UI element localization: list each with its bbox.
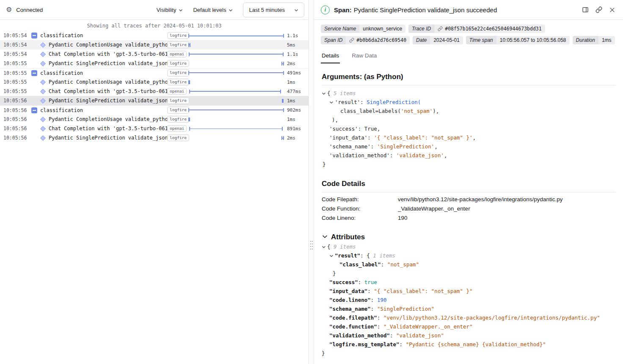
panel-resize-handle[interactable] bbox=[310, 239, 313, 249]
span-diamond-icon bbox=[40, 116, 46, 122]
code-line: "schema_name": "SinglePrediction" bbox=[322, 304, 615, 313]
scope-tag: logfire bbox=[167, 107, 189, 114]
span-duration: 5ms bbox=[284, 42, 309, 48]
code-detail-value: venv/lib/python3.12/site-packages/logfir… bbox=[398, 195, 615, 204]
code-line: { 9 items bbox=[322, 242, 615, 251]
duration-bar bbox=[188, 80, 190, 84]
code-token: 'validation_method' bbox=[329, 152, 390, 159]
span-timeline bbox=[188, 59, 284, 68]
trace-row[interactable]: 10:05:55Pydantic SinglePrediction valida… bbox=[0, 59, 309, 68]
code-token: 'schema_name' bbox=[329, 143, 371, 150]
span-name: Chat Completion with 'gpt-3.5-turbo-061 bbox=[49, 88, 167, 94]
span-name: classification bbox=[40, 70, 167, 76]
span-timeline bbox=[188, 133, 284, 142]
trace-row[interactable]: 10:05:54classificationlogfire1.1s bbox=[0, 31, 309, 40]
attributes-header[interactable]: Attributes bbox=[322, 233, 615, 241]
trace-row[interactable]: 10:05:56Pydantic CompletionUsage validat… bbox=[0, 115, 309, 124]
code-token: 5 items bbox=[334, 90, 356, 96]
code-token: : True, bbox=[358, 126, 380, 132]
copy-link-icon[interactable] bbox=[595, 6, 602, 13]
code-token: : bbox=[371, 297, 377, 303]
link-icon[interactable] bbox=[438, 26, 443, 31]
tree-collapse-chevron-icon[interactable] bbox=[329, 255, 335, 257]
scope-tag: openai bbox=[167, 51, 187, 58]
default-levels-dropdown[interactable]: Default levels bbox=[190, 4, 236, 16]
code-token: : bbox=[367, 134, 374, 141]
collapse-toggle-icon[interactable] bbox=[31, 33, 37, 38]
span-diamond-icon bbox=[40, 51, 46, 57]
span-timeline bbox=[188, 87, 284, 96]
meta-badge-value: #b0b6da2d76c69540 bbox=[346, 36, 410, 44]
link-icon[interactable] bbox=[349, 38, 354, 43]
connection-status: Connected bbox=[16, 7, 43, 13]
trace-row[interactable]: 10:05:55Chat Completion with 'gpt-3.5-tu… bbox=[0, 87, 309, 96]
collapse-toggle-icon[interactable] bbox=[31, 107, 37, 113]
span-name: classification bbox=[40, 107, 167, 113]
code-token: '{ "class_label": "not_spam" }' bbox=[374, 134, 472, 141]
span-duration: 491ms bbox=[284, 70, 309, 76]
trace-timestamp: 10:05:55 bbox=[0, 88, 26, 94]
trace-row[interactable]: 10:05:56Chat Completion with 'gpt-3.5-tu… bbox=[0, 124, 309, 133]
tree-collapse-chevron-icon[interactable] bbox=[322, 92, 327, 95]
code-line: 'validation_method': 'validate_json', bbox=[322, 151, 615, 160]
trace-row[interactable]: 10:05:55classificationlogfire491ms bbox=[0, 68, 309, 77]
span-duration: 477ms bbox=[284, 89, 309, 94]
scope-tag-cell: logfire bbox=[167, 69, 188, 77]
duration-bar bbox=[189, 127, 282, 131]
span-timeline bbox=[188, 40, 284, 49]
meta-badge-value: unknown_service bbox=[359, 25, 405, 33]
trace-row[interactable]: 10:05:55Pydantic CompletionUsage validat… bbox=[0, 77, 309, 87]
tree-collapse-chevron-icon[interactable] bbox=[329, 101, 335, 104]
tab-details[interactable]: Details bbox=[321, 49, 340, 63]
code-detail-label: Code Function: bbox=[322, 204, 398, 213]
meta-badge-value-text: #b0b6da2d76c69540 bbox=[356, 37, 406, 43]
tree-collapse-chevron-icon[interactable] bbox=[322, 246, 327, 249]
scope-tag-cell: logfire bbox=[167, 32, 188, 39]
code-token: : bbox=[360, 252, 367, 259]
duration-bar bbox=[188, 118, 190, 121]
span-name: Pydantic CompletionUsage validate_python bbox=[49, 42, 167, 48]
visibility-dropdown[interactable]: Visibility bbox=[153, 4, 187, 16]
collapse-toggle-icon[interactable] bbox=[31, 70, 37, 76]
meta-badge-value: 1ms bbox=[598, 36, 615, 44]
code-detail-label: Code Filepath: bbox=[322, 195, 398, 204]
scope-tag: logfire bbox=[167, 60, 189, 67]
code-token: } bbox=[333, 270, 336, 276]
span-duration: 2ms bbox=[284, 135, 309, 141]
span-name: Chat Completion with 'gpt-3.5-turbo-061 bbox=[49, 126, 167, 131]
tab-raw-data[interactable]: Raw Data bbox=[351, 49, 378, 63]
code-line: 'input_data': '{ "class_label": "not_spa… bbox=[322, 133, 615, 142]
span-name: classification bbox=[40, 33, 167, 38]
span-diamond-icon bbox=[40, 42, 46, 48]
settings-gear-icon[interactable]: ⚙ bbox=[5, 5, 13, 14]
code-token: 'result' bbox=[335, 99, 360, 105]
trace-row[interactable]: 10:05:54Pydantic CompletionUsage validat… bbox=[0, 40, 309, 49]
code-token: 'input_data' bbox=[329, 134, 367, 141]
code-token: ), bbox=[433, 108, 439, 114]
trace-row[interactable]: 10:05:54Chat Completion with 'gpt-3.5-tu… bbox=[0, 49, 309, 59]
code-token: 'SinglePrediction' bbox=[377, 143, 434, 150]
trace-list: 10:05:54classificationlogfire1.1s10:05:5… bbox=[0, 31, 309, 364]
open-in-panel-icon[interactable] bbox=[582, 6, 589, 13]
trace-row[interactable]: 10:05:56Pydantic SinglePrediction valida… bbox=[0, 133, 309, 142]
close-icon[interactable] bbox=[609, 7, 615, 13]
span-duration: 902ms bbox=[284, 107, 309, 113]
code-line: 'schema_name': 'SinglePrediction', bbox=[322, 142, 615, 151]
code-token: : bbox=[358, 279, 364, 285]
scope-tag-cell: openai bbox=[167, 88, 188, 95]
time-range-dropdown[interactable]: Last 5 minutes bbox=[243, 3, 304, 17]
meta-badge-value: 10:05:56.057 to 10:05:56.058 bbox=[496, 36, 570, 44]
code-token: "class_label" bbox=[339, 261, 381, 268]
attributes-code-block: { 9 items"result": { 1 items"class_label… bbox=[322, 241, 615, 359]
code-token: "logfire.msg_template" bbox=[329, 341, 400, 348]
code-line: class_label=Labels('not_spam'), bbox=[322, 107, 615, 115]
span-name: Pydantic SinglePrediction validate_json bbox=[49, 135, 167, 141]
trace-row[interactable]: 10:05:56Pydantic SinglePrediction valida… bbox=[0, 96, 309, 105]
span-name: Chat Completion with 'gpt-3.5-turbo-061 bbox=[49, 51, 167, 57]
attributes-collapse-chevron-icon[interactable] bbox=[322, 233, 328, 241]
code-line: "result": { 1 items bbox=[322, 251, 615, 260]
panel-divider bbox=[309, 0, 314, 364]
trace-row[interactable]: 10:05:56classificationlogfire902ms bbox=[0, 105, 309, 115]
traces-panel: ⚙ Connected Visibility Default levels La… bbox=[0, 0, 309, 364]
span-timeline bbox=[188, 124, 284, 133]
